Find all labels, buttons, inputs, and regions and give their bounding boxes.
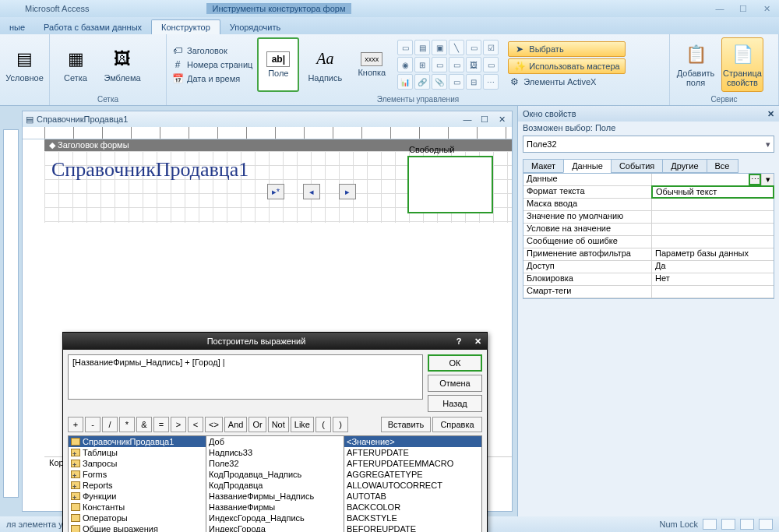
ole-icon[interactable]: ▭ [449, 74, 464, 90]
nav-new-button[interactable]: ▸* [267, 184, 284, 199]
insert-button[interactable]: Вставить [381, 417, 431, 432]
form-caption-label[interactable]: СправочникПродавца1 [49, 157, 251, 182]
tab-all[interactable]: Все [707, 159, 738, 173]
property-object-selector[interactable]: Поле32 ▾ [523, 136, 774, 153]
tab-1[interactable]: ные [0, 20, 34, 34]
cat-item-constants[interactable]: Константы [69, 502, 206, 513]
op-gt[interactable]: > [171, 417, 186, 432]
prop-row-filter[interactable]: Применение автофильтраПараметр базы данн… [523, 248, 774, 261]
button-control-button[interactable]: xxxxКнопка [351, 37, 393, 92]
view-datasheet-button[interactable] [721, 519, 735, 530]
view-form-button[interactable] [703, 519, 717, 530]
title-button[interactable]: 🏷Заголовок [171, 44, 252, 57]
field-item[interactable]: КодПродавца [206, 480, 344, 491]
view-design-button[interactable] [759, 519, 773, 530]
label-control-button[interactable]: AaНадпись [304, 37, 346, 92]
value-item[interactable]: BEFOREUPDATE [344, 523, 481, 532]
form-header-body[interactable]: СправочникПродавца1 ▸* ◂ ▸ Свободный [44, 151, 512, 223]
field-item[interactable]: Доб [206, 436, 344, 447]
sub-icon[interactable]: ▣ [432, 40, 447, 55]
value-item[interactable]: AGGREGATETYPE [344, 469, 481, 480]
vertical-tab[interactable] [3, 129, 19, 498]
value-item[interactable]: AFTERUPDATE [344, 447, 481, 458]
add-fields-button[interactable]: 📋Добавить поля [675, 37, 717, 92]
dialog-close-button[interactable]: ✕ [468, 336, 487, 347]
op-plus[interactable]: + [68, 417, 83, 432]
prop-row-textformat[interactable]: Формат текстаОбычный текст [523, 186, 774, 199]
tab-database[interactable]: Работа с базами данных [34, 20, 151, 34]
field-list[interactable]: Доб Надпись33 Поле32 КодПродавца_Надпись… [206, 435, 344, 532]
op-ne[interactable]: <> [205, 417, 223, 432]
form-close[interactable]: ✕ [495, 115, 509, 125]
rect-icon[interactable]: ▭ [466, 40, 481, 55]
tab-layout[interactable]: Макет [523, 159, 564, 173]
prop-row-enabled[interactable]: ДоступДа [523, 261, 774, 273]
cat-item-operators[interactable]: Операторы [69, 513, 206, 523]
textbox-control-button[interactable]: ab|Поле [257, 37, 299, 92]
combo-icon[interactable]: ▭ [397, 40, 413, 55]
maximize-button[interactable]: ☐ [734, 3, 753, 14]
page-icon[interactable]: ▭ [449, 57, 464, 72]
form-maximize[interactable]: ☐ [478, 115, 492, 125]
form-minimize[interactable]: — [460, 115, 474, 124]
dialog-help-button[interactable]: ? [449, 336, 468, 346]
cat-item-common[interactable]: Общие выражения [69, 523, 206, 532]
category-list[interactable]: СправочникПродавца1 Таблицы Запросы Form… [68, 435, 206, 532]
help-button[interactable]: Справка [432, 417, 482, 432]
prop-row-inputmask[interactable]: Маска ввода [523, 199, 774, 211]
dialog-titlebar[interactable]: Построитель выражений ? ✕ [63, 333, 487, 350]
chevron-down-icon[interactable]: ▾ [766, 139, 770, 150]
op-rparen[interactable]: ) [333, 417, 348, 432]
prop-row-smarttags[interactable]: Смарт-теги [523, 286, 774, 298]
cat-item-queries[interactable]: Запросы [69, 458, 206, 469]
cancel-button[interactable]: Отмена [428, 375, 482, 392]
op-amp[interactable]: & [136, 417, 152, 432]
op-div[interactable]: / [102, 417, 118, 432]
frm-icon[interactable]: ▭ [483, 57, 499, 72]
field-item[interactable]: Надпись33 [206, 447, 344, 458]
op-lt[interactable]: < [188, 417, 203, 432]
back-button[interactable]: Назад [428, 395, 482, 412]
value-item[interactable]: BACKCOLOR [344, 502, 481, 513]
property-sheet-button[interactable]: 📄Страница свойств [721, 37, 763, 92]
opt-icon[interactable]: ◉ [397, 57, 413, 72]
nav-next-button[interactable]: ▸ [339, 184, 356, 199]
field-item[interactable]: НазваниеФирмы_Надпись [206, 491, 344, 502]
op-mul[interactable]: * [119, 417, 135, 432]
op-not[interactable]: Not [268, 417, 289, 432]
tab-design[interactable]: Конструктор [151, 19, 220, 34]
cat-item-reports[interactable]: Reports [69, 480, 206, 491]
cat-item-form[interactable]: СправочникПродавца1 [69, 436, 206, 447]
prop-row-data[interactable]: Данные▾⋯ [523, 174, 774, 186]
use-wizard-button[interactable]: ✨Использовать мастера [508, 58, 625, 74]
value-item[interactable]: BACKSTYLE [344, 513, 481, 523]
field-item[interactable]: Поле32 [206, 458, 344, 469]
dropdown-button[interactable]: ▾ [761, 174, 774, 185]
list-icon[interactable]: ▤ [414, 40, 430, 55]
datetime-button[interactable]: 📅Дата и время [171, 72, 252, 85]
prop-row-validation[interactable]: Условие на значение [523, 224, 774, 236]
tgl-icon[interactable]: ⊞ [414, 57, 430, 72]
tab-events[interactable]: События [611, 159, 663, 173]
op-eq[interactable]: = [153, 417, 169, 432]
img-icon[interactable]: 🖼 [466, 57, 481, 72]
tab-icon[interactable]: ▭ [432, 57, 447, 72]
chart-icon[interactable]: 📊 [397, 74, 413, 90]
op-or[interactable]: Or [249, 417, 266, 432]
expression-textbox[interactable]: [НазваниеФирмы_Надпись] + [Город] | [68, 354, 423, 400]
brk-icon[interactable]: ⊟ [466, 74, 481, 90]
conditional-button[interactable]: ▤Условное [5, 37, 44, 92]
op-and[interactable]: And [224, 417, 248, 432]
op-minus[interactable]: - [85, 417, 100, 432]
property-close-button[interactable]: ✕ [767, 109, 774, 119]
unbound-textbox[interactable]: Свободный [407, 156, 493, 213]
value-item[interactable]: ALLOWAUTOCORRECT [344, 480, 481, 491]
view-layout-button[interactable] [740, 519, 754, 530]
more-icon[interactable]: ⋯ [483, 74, 499, 90]
chk-icon[interactable]: ☑ [483, 40, 499, 55]
field-item[interactable]: КодПродавца_Надпись [206, 469, 344, 480]
prop-row-validationtext[interactable]: Сообщение об ошибке [523, 236, 774, 248]
cat-item-tables[interactable]: Таблицы [69, 447, 206, 458]
prop-row-locked[interactable]: БлокировкаНет [523, 273, 774, 286]
horizontal-ruler[interactable] [23, 127, 512, 139]
